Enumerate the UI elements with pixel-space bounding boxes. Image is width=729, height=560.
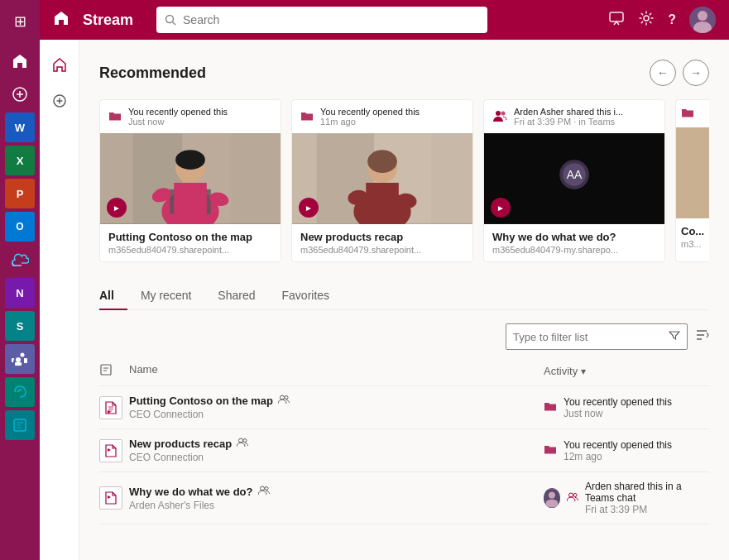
list-col-name: Name bbox=[129, 363, 544, 379]
card-1-folder-icon bbox=[108, 110, 122, 124]
card-1-title: Putting Contoso on the map bbox=[108, 231, 272, 243]
list-row-3-avatar bbox=[544, 488, 560, 508]
svg-point-39 bbox=[496, 111, 501, 116]
list-row-2-activity-text: You recently opened this 12m ago bbox=[564, 439, 672, 462]
video-card-2[interactable]: You recently opened this 11m ago bbox=[291, 99, 473, 262]
list-row-3-subtitle: Arden Asher's Files bbox=[129, 500, 544, 511]
list-row-3-name: Why we do what we do? bbox=[129, 486, 544, 498]
left-nav-home[interactable] bbox=[45, 50, 74, 79]
sidebar-powerpoint-icon[interactable]: P bbox=[5, 179, 35, 208]
top-nav: Stream ? bbox=[40, 0, 729, 40]
tab-my-recent[interactable]: My recent bbox=[127, 282, 204, 310]
svg-point-61 bbox=[243, 439, 247, 443]
card-3-meta-primary: Arden Asher shared this i... bbox=[514, 107, 623, 117]
svg-marker-58 bbox=[106, 445, 116, 457]
filter-input[interactable] bbox=[513, 331, 664, 343]
sidebar-onedrive-icon[interactable] bbox=[5, 245, 35, 275]
list-row-1-shared-icon bbox=[278, 395, 290, 407]
svg-point-14 bbox=[698, 11, 707, 21]
svg-point-70 bbox=[573, 493, 577, 496]
filter-input-wrap[interactable] bbox=[506, 323, 688, 350]
list-row-1-name-col: Putting Contoso on the map CEO Connectio… bbox=[129, 395, 544, 420]
sidebar-sharepoint-icon[interactable]: S bbox=[5, 311, 35, 341]
tab-all[interactable]: All bbox=[99, 282, 127, 310]
user-avatar[interactable] bbox=[689, 7, 716, 33]
card-2-meta-primary: You recently opened this bbox=[320, 107, 420, 117]
list-row-1[interactable]: Putting Contoso on the map CEO Connectio… bbox=[99, 386, 709, 429]
card-1-meta-secondary: Just now bbox=[128, 117, 228, 127]
sidebar-forms-icon[interactable] bbox=[5, 410, 35, 440]
list-row-2-name: New products recap bbox=[129, 438, 544, 450]
card-3-meta-secondary: Fri at 3:39 PM · in Teams bbox=[514, 117, 623, 127]
card-2-url: m365edu840479.sharepoint... bbox=[300, 245, 464, 255]
tab-favorites[interactable]: Favorites bbox=[269, 282, 343, 310]
svg-rect-4 bbox=[15, 362, 22, 366]
help-icon[interactable]: ? bbox=[668, 12, 676, 27]
video-card-1[interactable]: You recently opened this Just now bbox=[99, 99, 281, 262]
video-card-4[interactable]: Co... m3... bbox=[675, 99, 709, 262]
svg-point-65 bbox=[265, 486, 268, 490]
sort-icon[interactable] bbox=[694, 328, 709, 347]
svg-point-9 bbox=[166, 16, 174, 23]
prev-arrow[interactable]: ← bbox=[650, 60, 676, 86]
svg-point-40 bbox=[501, 111, 506, 115]
card-1-play-btn[interactable]: ► bbox=[107, 198, 127, 218]
list-row-3-shared-icon bbox=[258, 486, 270, 498]
sidebar-onenote-icon[interactable]: N bbox=[5, 278, 35, 308]
sidebar-sway-icon[interactable] bbox=[5, 377, 35, 407]
svg-point-24 bbox=[175, 150, 205, 170]
search-icon bbox=[165, 14, 176, 26]
search-input[interactable] bbox=[183, 13, 479, 26]
carousel-nav: ← → bbox=[650, 60, 709, 86]
card-1-info: Putting Contoso on the map m365edu840479… bbox=[100, 224, 281, 261]
settings-icon[interactable] bbox=[638, 10, 655, 31]
svg-point-56 bbox=[281, 395, 285, 400]
svg-rect-36 bbox=[366, 183, 399, 216]
feedback-icon[interactable] bbox=[608, 10, 625, 31]
list-row-3[interactable]: Why we do what we do? Arden Asher's File… bbox=[99, 472, 709, 524]
card-2-play-btn[interactable]: ► bbox=[299, 198, 319, 218]
sidebar-apps: ⊞ W X P O N S bbox=[0, 0, 40, 560]
content-tabs: All My recent Shared Favorites bbox=[99, 282, 709, 310]
list-row-1-name: Putting Contoso on the map bbox=[129, 395, 544, 407]
tab-shared[interactable]: Shared bbox=[204, 282, 268, 310]
card-2-meta-secondary: 11m ago bbox=[320, 117, 420, 127]
list-col-icon bbox=[99, 363, 129, 379]
svg-point-12 bbox=[644, 16, 649, 21]
search-bar[interactable] bbox=[156, 7, 487, 33]
svg-point-60 bbox=[239, 438, 243, 443]
list-col-activity[interactable]: Activity ▾ bbox=[544, 363, 709, 379]
list-row-2-subtitle: CEO Connection bbox=[129, 452, 544, 463]
list-row-1-activity-icon bbox=[544, 400, 557, 414]
filter-row bbox=[99, 323, 709, 350]
sidebar-create-icon[interactable] bbox=[5, 79, 35, 109]
card-1-url: m365edu840479.sharepoint... bbox=[108, 245, 272, 255]
next-arrow[interactable]: → bbox=[683, 60, 709, 86]
card-1-meta: You recently opened this Just now bbox=[100, 100, 281, 133]
filter-funnel-icon bbox=[669, 330, 680, 344]
sidebar-waffle-icon[interactable]: ⊞ bbox=[5, 7, 35, 36]
left-nav-create[interactable] bbox=[45, 86, 74, 116]
sidebar-word-icon[interactable]: W bbox=[5, 112, 35, 142]
left-nav bbox=[40, 40, 79, 560]
nav-home-icon[interactable] bbox=[53, 10, 70, 31]
sidebar-outlook-icon[interactable]: O bbox=[5, 212, 35, 242]
recommended-cards: You recently opened this Just now bbox=[99, 99, 709, 262]
card-1-meta-primary: You recently opened this bbox=[128, 107, 228, 117]
nav-icons: ? bbox=[608, 7, 716, 33]
list-row-1-subtitle: CEO Connection bbox=[129, 409, 544, 420]
list-header: Name Activity ▾ bbox=[99, 360, 709, 386]
card-3-url: m365edu840479-my.sharepo... bbox=[492, 245, 656, 255]
card-3-play-btn[interactable]: ► bbox=[491, 198, 511, 218]
sidebar-teams-icon[interactable] bbox=[5, 344, 35, 374]
sidebar-home-icon[interactable] bbox=[5, 46, 35, 76]
list-row-2[interactable]: New products recap CEO Connection You re… bbox=[99, 429, 709, 472]
video-card-3[interactable]: Arden Asher shared this i... Fri at 3:39… bbox=[483, 99, 665, 262]
svg-rect-48 bbox=[101, 365, 111, 375]
list-row-2-activity: You recently opened this 12m ago bbox=[544, 439, 709, 462]
app-name: Stream bbox=[83, 12, 133, 29]
list-row-3-name-col: Why we do what we do? Arden Asher's File… bbox=[129, 486, 544, 511]
list-row-1-activity-text: You recently opened this Just now bbox=[564, 396, 672, 419]
list-row-2-shared-icon bbox=[237, 438, 248, 450]
sidebar-excel-icon[interactable]: X bbox=[5, 146, 35, 175]
